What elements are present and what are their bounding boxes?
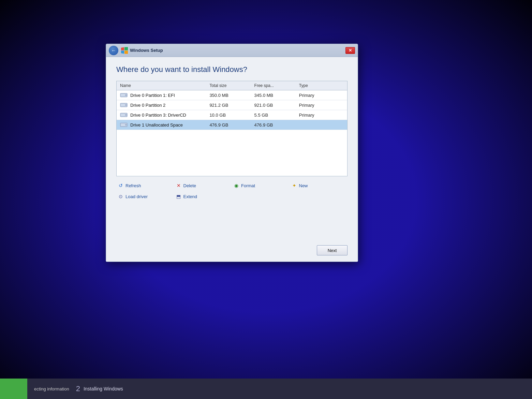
refresh-label: Refresh (125, 183, 141, 188)
load_driver-icon: ⊙ (118, 193, 124, 200)
format-label: Format (241, 183, 255, 188)
load_driver-button[interactable]: ⊙Load driver (116, 193, 174, 200)
row-free-space: 5.5 GB (254, 113, 299, 118)
new-label: New (299, 183, 308, 188)
svg-marker-3 (124, 50, 128, 54)
col-type: Type (299, 83, 344, 88)
window-title: Windows Setup (130, 48, 345, 53)
title-bar: ← Windows Setup ✕ (106, 44, 358, 57)
close-button[interactable]: ✕ (345, 47, 355, 54)
svg-point-19 (125, 124, 126, 125)
svg-point-11 (125, 105, 126, 105)
row-free-space: 345.0 MB (254, 93, 299, 98)
row-name-label: Drive 0 Partition 3: DriverCD (130, 113, 186, 118)
dialog-heading: Where do you want to install Windows? (116, 65, 348, 74)
extend-icon: ⬒ (176, 193, 182, 200)
delete-label: Delete (183, 183, 196, 188)
format-button[interactable]: ◉Format (232, 182, 290, 189)
row-type: Primary (299, 113, 344, 118)
svg-marker-1 (124, 47, 128, 50)
row-type: Primary (299, 103, 344, 108)
format-icon: ◉ (233, 182, 239, 189)
delete-button[interactable]: ✕Delete (174, 182, 232, 189)
taskbar-step-label: Installing Windows (84, 386, 123, 391)
table-row[interactable]: Drive 0 Partition 3: DriverCD 10.0 GB 5.… (117, 110, 347, 120)
table-row[interactable]: Drive 0 Partition 1: EFI 350.0 MB 345.0 … (117, 90, 347, 100)
row-free-space: 476.9 GB (254, 122, 299, 128)
refresh-icon: ↺ (118, 182, 124, 189)
row-total-size: 476.9 GB (209, 122, 254, 128)
row-name-label: Drive 1 Unallocated Space (130, 122, 183, 128)
row-type: Primary (299, 93, 344, 98)
col-total-size: Total size (209, 83, 254, 88)
dialog-footer: Next (106, 242, 358, 262)
col-name: Name (120, 83, 209, 88)
toolbar: ↺Refresh✕Delete◉Format✦New⊙Load driver⬒E… (116, 182, 348, 200)
taskbar-collecting-label: ecting information (34, 386, 69, 391)
row-total-size: 350.0 MB (209, 93, 254, 98)
next-button[interactable]: Next (317, 245, 348, 255)
table-row[interactable]: Drive 1 Unallocated Space 476.9 GB 476.9… (117, 120, 347, 130)
back-button[interactable]: ← (109, 46, 118, 55)
svg-marker-0 (121, 47, 124, 50)
svg-point-15 (125, 115, 126, 115)
partition-table: Name Total size Free spa... Type Drive 0… (116, 81, 348, 176)
table-body: Drive 0 Partition 1: EFI 350.0 MB 345.0 … (117, 90, 347, 130)
row-free-space: 921.0 GB (254, 103, 299, 108)
delete-icon: ✕ (176, 182, 182, 189)
windows-setup-dialog: ← Windows Setup ✕ Where do you want to i… (106, 44, 358, 262)
taskbar-step-number: 2 (76, 384, 80, 393)
table-header: Name Total size Free spa... Type (117, 81, 347, 90)
new-icon: ✦ (291, 182, 297, 189)
taskbar-step-area: ecting information 2 Installing Windows (27, 379, 532, 399)
windows-logo-icon (121, 47, 128, 54)
extend-button[interactable]: ⬒Extend (174, 193, 232, 200)
dialog-content: Where do you want to install Windows? Na… (106, 57, 358, 242)
table-row[interactable]: Drive 0 Partition 2 921.2 GB 921.0 GB Pr… (117, 100, 347, 110)
taskbar: ecting information 2 Installing Windows (0, 379, 532, 399)
row-name-label: Drive 0 Partition 1: EFI (130, 93, 175, 98)
load_driver-label: Load driver (125, 194, 148, 199)
new-button[interactable]: ✦New (290, 182, 348, 189)
refresh-button[interactable]: ↺Refresh (116, 182, 174, 189)
row-name-label: Drive 0 Partition 2 (130, 103, 165, 108)
col-free-space: Free spa... (254, 83, 299, 88)
row-total-size: 10.0 GB (209, 113, 254, 118)
svg-marker-2 (121, 50, 124, 54)
taskbar-progress-bar (0, 379, 27, 399)
extend-label: Extend (183, 194, 197, 199)
row-total-size: 921.2 GB (209, 103, 254, 108)
svg-point-7 (125, 95, 126, 95)
